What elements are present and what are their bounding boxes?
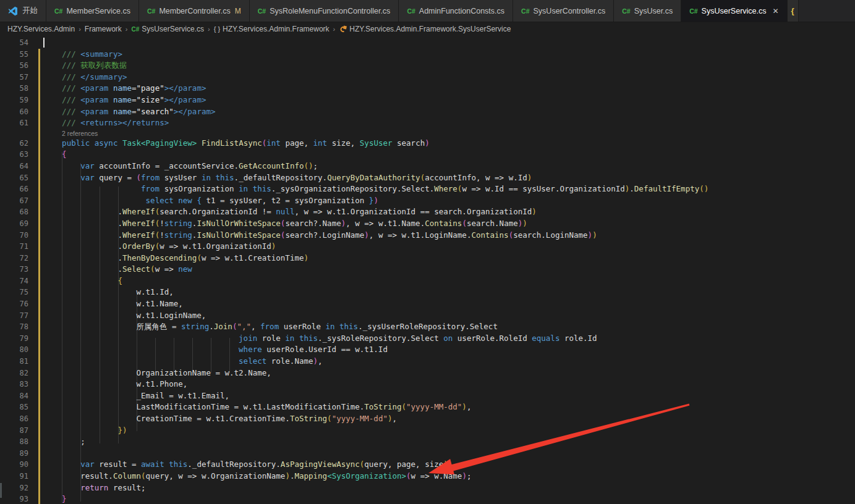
code-line[interactable]: 75 w.t1.Id, — [0, 287, 855, 298]
code-line[interactable]: 67 select new { t1 = sysUser, t2 = sysOr… — [0, 195, 855, 207]
code-line[interactable]: 80 where userRole.UserId == w.t1.Id — [0, 344, 855, 356]
line-number[interactable]: 76 — [0, 298, 28, 310]
line-number[interactable]: 66 — [0, 183, 28, 195]
line-number[interactable]: 58 — [0, 83, 28, 94]
line-number[interactable]: 86 — [0, 413, 28, 425]
line-number[interactable]: 82 — [0, 368, 28, 379]
breadcrumb-segment[interactable]: C#SysUserService.cs — [132, 25, 204, 33]
code-line[interactable]: 92 return result; — [0, 482, 855, 494]
tab-SysUserService-cs[interactable]: C#SysUserService.cs✕ — [681, 0, 787, 22]
code-line[interactable]: 65 var query = (from sysUser in this._de… — [0, 172, 855, 184]
code-line[interactable]: 85 LastModificationTime = w.t1.LastModif… — [0, 401, 855, 413]
line-number[interactable]: 59 — [0, 94, 28, 106]
codelens-row[interactable]: 2 references — [0, 129, 855, 138]
code-line[interactable]: 58 /// <param name="page"></param> — [0, 83, 855, 94]
breadcrumb-segment[interactable]: HZY.Services.Admin — [7, 25, 75, 33]
code-line[interactable]: 70 .WhereIf(!string.IsNullOrWhiteSpace(s… — [0, 230, 855, 242]
line-number[interactable]: 70 — [0, 230, 28, 242]
tab-MemberService-cs[interactable]: C#MemberService.cs — [46, 0, 139, 22]
code-line[interactable]: 79 join role in this._sysRoleRepository.… — [0, 333, 855, 345]
line-number[interactable]: 74 — [0, 275, 28, 287]
line-number[interactable]: 55 — [0, 49, 28, 61]
codelens-references[interactable]: 2 references — [62, 129, 98, 138]
code-line[interactable]: 78 所属角色 = string.Join(",", from userRole… — [0, 321, 855, 333]
tab-SysUser-cs[interactable]: C#SysUser.cs — [614, 0, 681, 22]
code-line[interactable]: 57 /// </summary> — [0, 72, 855, 83]
line-number[interactable]: 88 — [0, 436, 28, 448]
code-line[interactable]: 76 w.t1.Name, — [0, 298, 855, 310]
tab-partial-json[interactable]: { — [788, 0, 799, 22]
line-number[interactable]: 62 — [0, 138, 28, 149]
line-number[interactable]: 72 — [0, 253, 28, 264]
code-line[interactable]: 77 w.t1.LoginName, — [0, 310, 855, 322]
code-line[interactable]: 62 public async Task<PagingView> FindLis… — [0, 138, 855, 149]
line-number[interactable]: 71 — [0, 241, 28, 253]
code-line[interactable]: 82 OrganizationName = w.t2.Name, — [0, 368, 855, 379]
line-number[interactable]: 54 — [0, 37, 28, 49]
line-number[interactable]: 92 — [0, 482, 28, 494]
code-line[interactable]: 55 /// <summary> — [0, 49, 855, 61]
code-line[interactable]: 56 /// 获取列表数据 — [0, 60, 855, 72]
code-line[interactable]: 83 w.t1.Phone, — [0, 379, 855, 390]
line-number[interactable]: 73 — [0, 264, 28, 275]
line-number[interactable]: 78 — [0, 321, 28, 333]
line-number[interactable]: 75 — [0, 287, 28, 298]
code-line[interactable]: 91 result.Column(query, w => w.Organizat… — [0, 471, 855, 482]
line-number[interactable]: 83 — [0, 379, 28, 390]
line-number[interactable]: 65 — [0, 172, 28, 184]
code-line[interactable]: 84 _Email = w.t1.Email, — [0, 390, 855, 402]
code-line[interactable]: 86 CreationTime = w.t1.CreationTime.ToSt… — [0, 413, 855, 425]
code-editor[interactable]: 5455 /// <summary>56 /// 获取列表数据57 /// </… — [0, 36, 855, 504]
close-icon[interactable]: ✕ — [773, 7, 779, 15]
line-number[interactable]: 57 — [0, 72, 28, 83]
code-line[interactable]: 90 var result = await this._defaultRepos… — [0, 459, 855, 471]
code-line[interactable]: 64 var accountInfo = _accountService.Get… — [0, 161, 855, 172]
tab-AdminFunctionConsts-cs[interactable]: C#AdminFunctionConsts.cs — [399, 0, 513, 22]
line-number[interactable]: 91 — [0, 471, 28, 482]
tab--[interactable]: 开始 — [0, 0, 46, 22]
code-line[interactable]: 89 — [0, 448, 855, 460]
breadcrumb-segment[interactable]: { }HZY.Services.Admin.Framework — [214, 25, 330, 33]
code-line[interactable]: 66 from sysOrganization in this._sysOrga… — [0, 183, 855, 195]
code-line[interactable]: 73 .Select(w => new — [0, 264, 855, 275]
code-line[interactable]: 71 .OrderBy(w => w.t1.OrganizationId) — [0, 241, 855, 253]
code-line[interactable]: 63 { — [0, 149, 855, 161]
line-number[interactable]: 68 — [0, 206, 28, 218]
tab-SysRoleMenuFunctionController-cs[interactable]: C#SysRoleMenuFunctionController.cs — [250, 0, 399, 22]
code-line[interactable]: 54 — [0, 37, 855, 49]
code-line[interactable]: 68 .WhereIf(search.OrganizationId != nul… — [0, 206, 855, 218]
code-line[interactable]: 59 /// <param name="size"></param> — [0, 94, 855, 106]
namespace-braces-icon: { } — [214, 25, 220, 33]
change-bar — [38, 459, 40, 471]
line-number[interactable]: 85 — [0, 401, 28, 413]
line-number[interactable]: 84 — [0, 390, 28, 402]
line-number[interactable]: 87 — [0, 425, 28, 437]
code-line[interactable]: 60 /// <param name="search"></param> — [0, 106, 855, 118]
line-number[interactable]: 64 — [0, 161, 28, 172]
code-line[interactable]: 72 .ThenByDescending(w => w.t1.CreationT… — [0, 253, 855, 264]
breadcrumb-segment[interactable]: HZY.Services.Admin.Framework.SysUserServ… — [339, 25, 511, 33]
line-number[interactable]: 67 — [0, 195, 28, 207]
code-line[interactable]: 61 /// <returns></returns> — [0, 117, 855, 129]
tab-MemberController-cs[interactable]: C#MemberController.csM — [139, 0, 250, 22]
line-number[interactable]: 81 — [0, 356, 28, 368]
line-number[interactable]: 79 — [0, 333, 28, 345]
tab-SysUserController-cs[interactable]: C#SysUserController.cs — [513, 0, 614, 22]
code-line[interactable]: 93 } — [0, 494, 855, 504]
code-line[interactable]: 88 ; — [0, 436, 855, 448]
line-number[interactable]: 69 — [0, 218, 28, 230]
line-number[interactable]: 61 — [0, 117, 28, 129]
line-number[interactable]: 60 — [0, 106, 28, 118]
line-number[interactable]: 90 — [0, 459, 28, 471]
breadcrumb-segment[interactable]: Framework — [85, 25, 122, 33]
code-line[interactable]: 74 { — [0, 275, 855, 287]
line-number[interactable]: 80 — [0, 344, 28, 356]
code-line[interactable]: 69 .WhereIf(!string.IsNullOrWhiteSpace(s… — [0, 218, 855, 230]
line-number[interactable]: 56 — [0, 60, 28, 72]
line-number[interactable]: 63 — [0, 149, 28, 161]
line-number[interactable]: 93 — [0, 494, 28, 504]
line-number[interactable]: 77 — [0, 310, 28, 322]
line-number[interactable]: 89 — [0, 448, 28, 460]
code-line[interactable]: 87 }) — [0, 425, 855, 437]
code-line[interactable]: 81 select role.Name), — [0, 356, 855, 368]
